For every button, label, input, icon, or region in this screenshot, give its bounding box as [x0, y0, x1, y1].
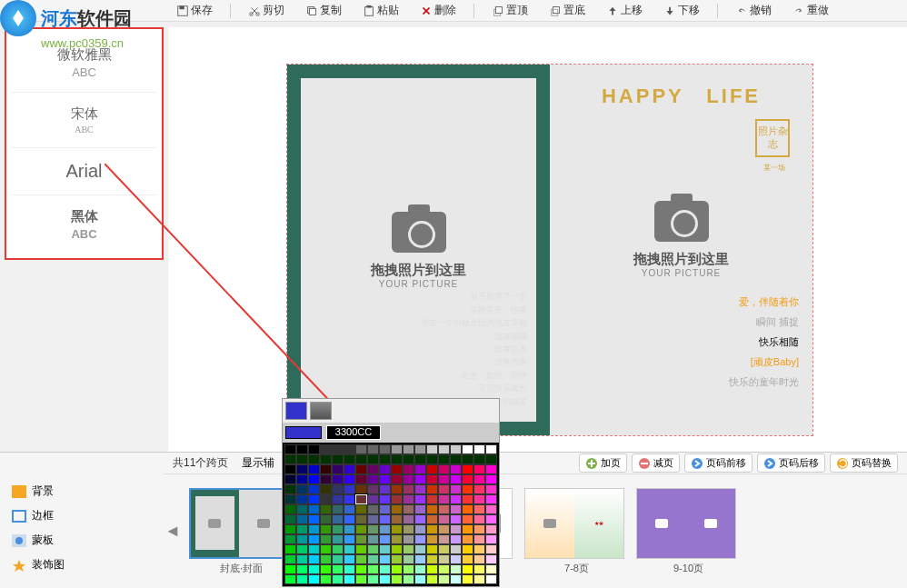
- color-swatch[interactable]: [462, 494, 473, 504]
- color-swatch[interactable]: [367, 514, 379, 524]
- color-swatch[interactable]: [355, 494, 367, 504]
- color-swatch[interactable]: [414, 564, 426, 574]
- color-swatch[interactable]: [320, 534, 332, 544]
- page-spread[interactable]: 拖拽照片到这里 YOUR PICTURE 似乎用尽了一生等待花开 结果想在一个叫…: [286, 64, 813, 436]
- color-swatch[interactable]: [367, 544, 379, 554]
- color-swatch[interactable]: [426, 574, 438, 584]
- color-swatch[interactable]: [473, 574, 485, 584]
- color-swatch[interactable]: [367, 484, 379, 494]
- color-tab-solid[interactable]: [285, 402, 307, 420]
- color-swatch[interactable]: [296, 484, 308, 494]
- color-swatch[interactable]: [485, 514, 497, 524]
- color-swatch[interactable]: [426, 554, 438, 564]
- color-swatch[interactable]: [391, 514, 403, 524]
- color-swatch[interactable]: [344, 504, 355, 514]
- color-swatch[interactable]: [308, 534, 320, 544]
- color-swatch[interactable]: [438, 514, 450, 524]
- color-swatch[interactable]: [296, 534, 308, 544]
- color-swatch[interactable]: [485, 554, 497, 564]
- color-swatch[interactable]: [414, 484, 426, 494]
- color-swatch[interactable]: [462, 484, 473, 494]
- color-swatch[interactable]: [284, 524, 296, 534]
- color-swatch[interactable]: [473, 544, 485, 554]
- font-item-arial[interactable]: Arial: [11, 148, 157, 195]
- canvas-area[interactable]: 拖拽照片到这里 YOUR PICTURE 似乎用尽了一生等待花开 结果想在一个叫…: [168, 27, 907, 452]
- color-swatch[interactable]: [332, 564, 344, 574]
- color-swatch[interactable]: [379, 484, 391, 494]
- color-swatch[interactable]: [438, 494, 450, 504]
- add-page-button[interactable]: 加页: [579, 453, 627, 473]
- color-swatch[interactable]: [438, 544, 450, 554]
- color-swatch[interactable]: [320, 514, 332, 524]
- color-swatch[interactable]: [426, 484, 438, 494]
- color-swatch[interactable]: [450, 544, 462, 554]
- color-swatch[interactable]: [296, 544, 308, 554]
- color-swatch[interactable]: [403, 484, 414, 494]
- color-swatch[interactable]: [403, 504, 414, 514]
- color-swatch[interactable]: [485, 574, 497, 584]
- color-swatch[interactable]: [284, 464, 296, 474]
- color-swatch[interactable]: [296, 564, 308, 574]
- color-swatch[interactable]: [462, 534, 473, 544]
- color-swatch[interactable]: [414, 554, 426, 564]
- color-swatch[interactable]: [450, 554, 462, 564]
- color-swatch[interactable]: [344, 544, 355, 554]
- color-swatch[interactable]: [485, 464, 497, 474]
- color-swatch[interactable]: [391, 574, 403, 584]
- color-swatch[interactable]: [367, 504, 379, 514]
- color-swatch[interactable]: [296, 474, 308, 484]
- color-swatch[interactable]: [308, 564, 320, 574]
- color-swatch[interactable]: [284, 504, 296, 514]
- color-swatch[interactable]: [391, 534, 403, 544]
- tool-mask[interactable]: 蒙板: [5, 528, 159, 553]
- font-item-heiti[interactable]: 黑体 ABC: [11, 195, 157, 254]
- color-swatch[interactable]: [308, 504, 320, 514]
- color-swatch[interactable]: [403, 544, 414, 554]
- remove-page-button[interactable]: 减页: [632, 453, 680, 473]
- color-swatch[interactable]: [473, 514, 485, 524]
- color-swatch[interactable]: [344, 464, 355, 474]
- color-swatch[interactable]: [379, 504, 391, 514]
- color-swatch[interactable]: [485, 504, 497, 514]
- color-swatch[interactable]: [296, 494, 308, 504]
- color-swatch[interactable]: [462, 554, 473, 564]
- color-swatch[interactable]: [308, 464, 320, 474]
- color-swatch[interactable]: [332, 504, 344, 514]
- color-swatch[interactable]: [450, 474, 462, 484]
- color-swatch[interactable]: [379, 534, 391, 544]
- color-swatch[interactable]: [391, 494, 403, 504]
- color-swatch[interactable]: [426, 504, 438, 514]
- color-swatch[interactable]: [308, 554, 320, 564]
- color-swatch[interactable]: [462, 544, 473, 554]
- color-swatch[interactable]: [367, 464, 379, 474]
- color-swatch[interactable]: [320, 474, 332, 484]
- color-swatch[interactable]: [308, 524, 320, 534]
- color-swatch[interactable]: [367, 564, 379, 574]
- thumb-prev[interactable]: ◄: [164, 495, 182, 568]
- color-swatch[interactable]: [462, 464, 473, 474]
- color-swatch[interactable]: [367, 574, 379, 584]
- color-swatch[interactable]: [379, 544, 391, 554]
- color-swatch[interactable]: [344, 534, 355, 544]
- color-swatch[interactable]: [344, 484, 355, 494]
- color-swatch[interactable]: [332, 494, 344, 504]
- color-swatch[interactable]: [320, 504, 332, 514]
- color-swatch[interactable]: [320, 484, 332, 494]
- color-swatch[interactable]: [332, 544, 344, 554]
- color-swatch[interactable]: [414, 534, 426, 544]
- color-swatch[interactable]: [473, 524, 485, 534]
- color-swatch[interactable]: [426, 534, 438, 544]
- color-swatch[interactable]: [473, 504, 485, 514]
- color-swatch[interactable]: [438, 534, 450, 544]
- color-swatch[interactable]: [332, 464, 344, 474]
- color-swatch[interactable]: [367, 554, 379, 564]
- color-swatch[interactable]: [320, 554, 332, 564]
- color-swatch[interactable]: [403, 534, 414, 544]
- page-right[interactable]: HAPPY LIFE 照片杂志 某一场 拖拽照片到这里 YOUR PICTURE…: [550, 65, 812, 435]
- color-swatch[interactable]: [450, 484, 462, 494]
- color-swatch[interactable]: [308, 494, 320, 504]
- page-backward-button[interactable]: 页码后移: [757, 453, 825, 473]
- color-swatch[interactable]: [379, 474, 391, 484]
- color-swatch[interactable]: [414, 574, 426, 584]
- color-swatch[interactable]: [344, 574, 355, 584]
